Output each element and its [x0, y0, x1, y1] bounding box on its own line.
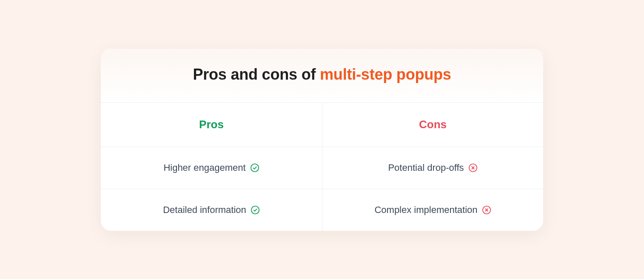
pros-header: Pros: [199, 118, 224, 131]
table-row: Higher engagement Potential drop-offs: [101, 147, 543, 189]
pro-text: Higher engagement: [163, 162, 245, 173]
pros-cons-card: Pros and cons of multi-step popups Pros …: [101, 49, 543, 231]
pro-text: Detailed information: [163, 204, 246, 216]
pros-cons-table: Pros Cons Higher engagement Potential dr…: [101, 102, 543, 231]
pro-cell: Detailed information: [101, 189, 322, 231]
check-circle-icon: [250, 163, 259, 173]
svg-point-0: [251, 164, 258, 171]
cons-header-cell: Cons: [322, 103, 543, 147]
pros-header-cell: Pros: [101, 103, 322, 147]
pro-cell: Higher engagement: [101, 147, 322, 189]
x-circle-icon: [482, 205, 491, 215]
header-row: Pros Cons: [101, 103, 543, 147]
card-header: Pros and cons of multi-step popups: [101, 49, 543, 102]
card-title: Pros and cons of multi-step popups: [109, 66, 535, 83]
title-prefix: Pros and cons of: [193, 66, 320, 83]
title-accent: multi-step popups: [320, 66, 451, 83]
con-text: Potential drop-offs: [388, 162, 464, 173]
check-circle-icon: [251, 205, 260, 215]
svg-point-4: [251, 206, 259, 213]
table-row: Detailed information Complex implementat…: [101, 189, 543, 231]
cons-header: Cons: [419, 118, 447, 131]
con-text: Complex implementation: [374, 204, 477, 216]
x-circle-icon: [468, 163, 478, 173]
con-cell: Potential drop-offs: [322, 147, 543, 189]
con-cell: Complex implementation: [322, 189, 543, 231]
